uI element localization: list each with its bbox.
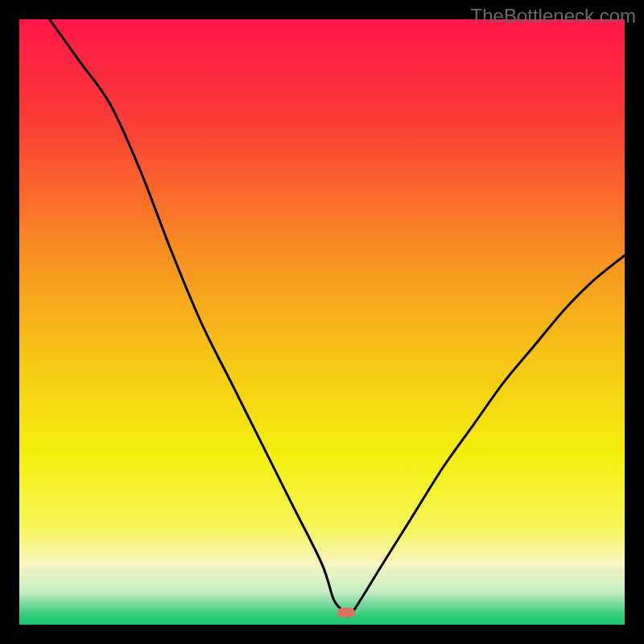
minimum-marker — [337, 608, 355, 617]
svg-rect-1 — [19, 19, 625, 625]
watermark-text: TheBottleneck.com — [471, 5, 636, 27]
bottleneck-chart: TheBottleneck.com — [0, 0, 644, 644]
chart-svg — [0, 0, 644, 644]
